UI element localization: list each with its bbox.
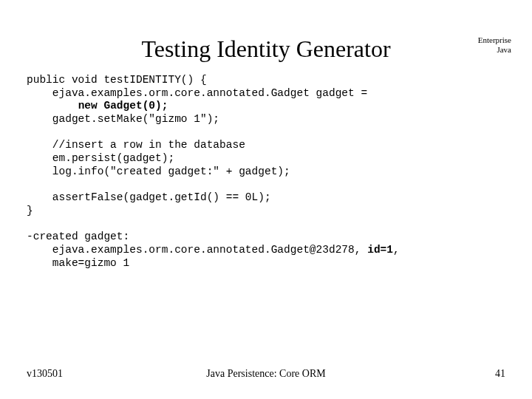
code-line: em.persist(gadget); [27,152,174,164]
top-right-line1: Enterprise [478,35,511,44]
code-line: ejava.examples.orm.core.annotated.Gadget… [27,87,367,99]
code-block: public void testIDENTITY() { ejava.examp… [27,74,505,270]
slide: Testing Identity Generator Enterprise Ja… [0,0,532,399]
code-line: -created gadget: [27,231,129,242]
slide-title: Testing Identity Generator [0,35,532,63]
code-line: public void testIDENTITY() { [27,74,207,86]
code-line: assertFalse(gadget.getId() == 0L); [27,191,271,203]
footer-center: Java Persistence: Core ORM [0,368,532,380]
code-line-bold: new Gadget(0); [78,100,168,112]
code-line: //insert a row in the database [27,139,245,151]
top-right-line2: Java [497,45,511,54]
top-right-label: Enterprise Java [478,35,511,54]
code-line: , [393,244,400,256]
footer-right: 41 [495,368,505,380]
code-line-bold: id=1 [367,244,393,256]
code-line: make=gizmo 1 [27,257,129,269]
code-line: ejava.examples.orm.core.annotated.Gadget… [27,244,367,256]
code-line-indent [27,100,78,112]
code-line: log.info("created gadget:" + gadget); [27,166,290,177]
code-line: gadget.setMake("gizmo 1"); [27,113,219,125]
code-line: } [27,205,33,216]
